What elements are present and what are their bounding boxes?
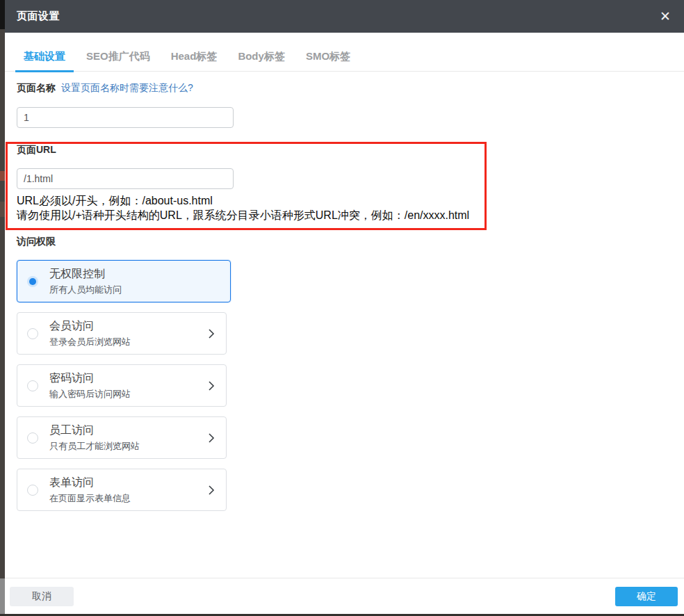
tab-bar: 基础设置 SEO推广代码 Head标签 Body标签 SMO标签 <box>5 46 684 72</box>
access-option-staff[interactable]: 员工访问 只有员工才能浏览网站 <box>17 416 227 459</box>
page-settings-dialog: 页面设置 ✕ 基础设置 SEO推广代码 Head标签 Body标签 SMO标签 … <box>5 0 684 614</box>
page-url-input[interactable] <box>17 168 234 189</box>
tab-basic-settings[interactable]: 基础设置 <box>15 46 74 72</box>
page-name-input[interactable] <box>17 107 234 128</box>
background-gray-block <box>0 578 5 616</box>
chevron-right-icon <box>206 329 216 339</box>
background-page-strip <box>0 0 5 616</box>
option-title: 会员访问 <box>49 319 131 334</box>
chevron-right-icon <box>206 433 216 443</box>
dialog-title: 页面设置 <box>17 10 60 23</box>
tab-head-tags[interactable]: Head标签 <box>163 46 226 72</box>
chevron-right-icon <box>206 485 216 495</box>
radio-unselected-icon[interactable] <box>27 432 38 444</box>
radio-unselected-icon[interactable] <box>27 380 38 391</box>
access-permission-label: 访问权限 <box>17 236 231 248</box>
option-subtitle: 登录会员后浏览网站 <box>49 336 131 348</box>
radio-unselected-icon[interactable] <box>27 328 38 339</box>
background-icon-fragment <box>0 202 5 217</box>
option-subtitle: 只有员工才能浏览网站 <box>49 440 140 453</box>
access-option-member[interactable]: 会员访问 登录会员后浏览网站 <box>17 312 227 355</box>
access-option-no-restriction[interactable]: 无权限控制 所有人员均能访问 <box>17 260 231 302</box>
cancel-button[interactable]: 取消 <box>10 587 74 606</box>
confirm-button[interactable]: 确定 <box>615 587 678 606</box>
option-title: 密码访问 <box>49 371 131 386</box>
dialog-header: 页面设置 ✕ <box>5 0 684 33</box>
access-option-list: 无权限控制 所有人员均能访问 会员访问 登录会员后浏览网站 <box>17 260 231 511</box>
tab-seo-code[interactable]: SEO推广代码 <box>78 46 158 72</box>
page-name-label: 页面名称 <box>17 82 56 95</box>
access-permission-section: 访问权限 无权限控制 所有人员均能访问 会员访问 登录会员后浏览网站 <box>17 236 231 521</box>
page-url-label: 页面URL <box>17 144 56 156</box>
tab-body-tags[interactable]: Body标签 <box>229 46 293 72</box>
access-option-password[interactable]: 密码访问 输入密码后访问网站 <box>17 364 227 407</box>
option-title: 员工访问 <box>49 423 140 438</box>
url-hint-line2: 请勿使用以/+语种开头结构的URL，跟系统分目录小语种形式URL冲突，例如：/e… <box>17 208 469 222</box>
tab-smo-tags[interactable]: SMO标签 <box>298 46 359 72</box>
page-url-section: 页面URL URL必须以/开头，例如：/about-us.html 请勿使用以/… <box>17 144 469 222</box>
url-hint-line1: URL必须以/开头，例如：/about-us.html <box>17 193 469 208</box>
access-option-form[interactable]: 表单访问 在页面显示表单信息 <box>17 469 227 511</box>
background-icon-fragment <box>0 171 5 181</box>
page-name-section: 页面名称 设置页面名称时需要注意什么? <box>17 82 234 128</box>
option-subtitle: 在页面显示表单信息 <box>49 492 131 505</box>
dialog-footer: 取消 确定 <box>5 578 684 614</box>
radio-selected-icon[interactable] <box>27 276 38 287</box>
background-dark-block <box>0 0 5 29</box>
chevron-right-icon <box>206 381 216 391</box>
option-subtitle: 所有人员均能访问 <box>49 284 122 296</box>
option-subtitle: 输入密码后访问网站 <box>49 388 131 400</box>
close-icon[interactable]: ✕ <box>655 6 676 27</box>
option-title: 表单访问 <box>49 476 131 490</box>
radio-unselected-icon[interactable] <box>27 485 38 496</box>
page-name-help-link[interactable]: 设置页面名称时需要注意什么? <box>61 82 193 95</box>
option-title: 无权限控制 <box>49 267 122 282</box>
